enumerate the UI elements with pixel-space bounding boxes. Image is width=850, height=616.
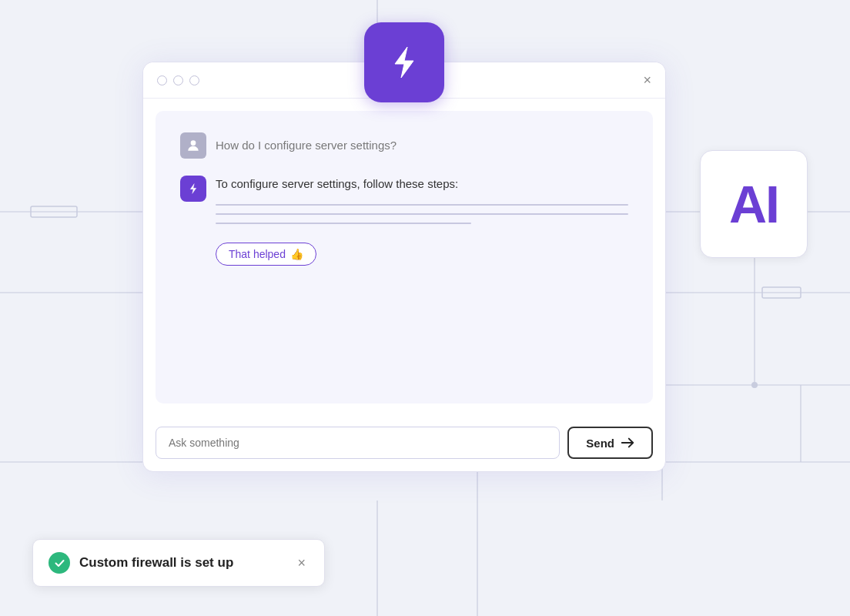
toast-message: Custom firewall is set up (79, 555, 285, 571)
window-close-button[interactable]: × (643, 73, 651, 87)
ai-badge: AI (700, 150, 808, 258)
bot-content: To configure server settings, follow the… (216, 176, 628, 266)
send-button[interactable]: Send (567, 427, 653, 459)
feedback-emoji: 👍 (290, 248, 303, 260)
user-message-text: How do I configure server settings? (216, 132, 397, 155)
bot-message-text: To configure server settings, follow the… (216, 176, 628, 193)
loading-line-1 (216, 204, 628, 206)
feedback-label: That helped (229, 248, 286, 260)
toast-check-icon (49, 552, 70, 574)
app-icon (364, 22, 444, 102)
window-dot-1 (157, 75, 167, 85)
ai-badge-label: AI (729, 178, 778, 230)
user-avatar (180, 132, 206, 159)
bot-message: To configure server settings, follow the… (180, 176, 628, 266)
svg-rect-13 (31, 206, 77, 217)
svg-point-17 (751, 382, 758, 388)
svg-point-19 (191, 140, 196, 146)
input-area: Send (143, 416, 665, 471)
window-dot-2 (173, 75, 183, 85)
window-controls (157, 75, 199, 85)
send-label: Send (586, 437, 614, 450)
window-dot-3 (189, 75, 199, 85)
loading-line-3 (216, 223, 471, 224)
chat-input[interactable] (156, 427, 560, 459)
user-message: How do I configure server settings? (180, 132, 628, 159)
toast-notification: Custom firewall is set up × (32, 539, 325, 587)
chat-window: × How do I configure server settings? To… (142, 62, 666, 472)
chat-area: How do I configure server settings? To c… (156, 111, 653, 403)
loading-line-2 (216, 213, 628, 215)
loading-lines (216, 204, 628, 224)
feedback-button[interactable]: That helped 👍 (216, 243, 316, 266)
bot-avatar (180, 176, 206, 202)
svg-rect-14 (762, 287, 801, 298)
toast-close-button[interactable]: × (294, 555, 309, 571)
send-icon (621, 436, 634, 450)
